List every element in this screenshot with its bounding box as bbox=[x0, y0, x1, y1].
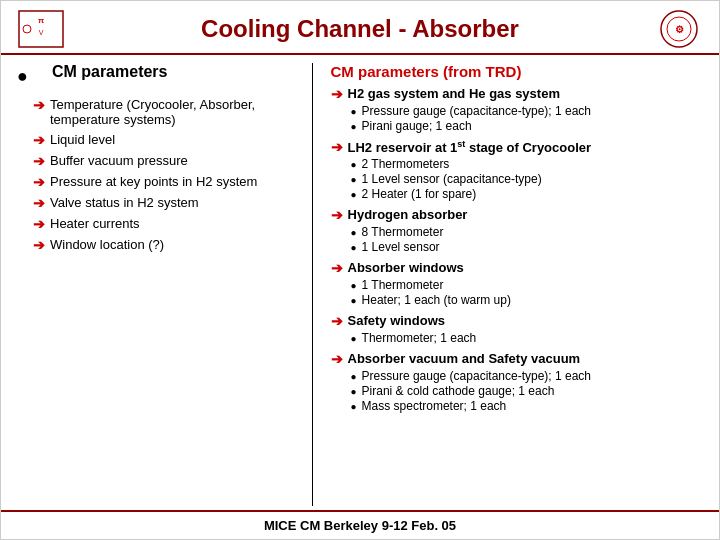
svg-text:V: V bbox=[39, 29, 44, 36]
section-item: ●2 Heater (1 for spare) bbox=[351, 187, 703, 201]
footer-text: MICE CM Berkeley 9-12 Feb. 05 bbox=[264, 518, 456, 533]
left-items-list: ➔Temperature (Cryocooler, Absorber, temp… bbox=[33, 97, 304, 253]
section-item-text: 1 Thermometer bbox=[362, 278, 444, 292]
section-arrow-icon: ➔ bbox=[331, 313, 343, 329]
section-items-list: ●1 Thermometer●Heater; 1 each (to warm u… bbox=[351, 278, 703, 307]
section-item-text: 1 Level sensor bbox=[362, 240, 440, 254]
arrow-icon: ➔ bbox=[33, 132, 45, 148]
bullet-icon: ● bbox=[351, 174, 357, 185]
section-title: H2 gas system and He gas system bbox=[348, 86, 560, 101]
bullet-icon: ● bbox=[351, 295, 357, 306]
section-item: ●Thermometer; 1 each bbox=[351, 331, 703, 345]
section-title: Absorber windows bbox=[348, 260, 464, 275]
left-item-text: Valve status in H2 system bbox=[50, 195, 199, 210]
arrow-icon: ➔ bbox=[33, 195, 45, 211]
section-arrow-icon: ➔ bbox=[331, 260, 343, 276]
section-title: LH2 reservoir at 1st stage of Cryocooler bbox=[348, 139, 592, 155]
left-item: ➔Liquid level bbox=[33, 132, 304, 148]
right-section: ➔Safety windows●Thermometer; 1 each bbox=[331, 313, 703, 345]
bullet-icon: ● bbox=[351, 371, 357, 382]
section-arrow-icon: ➔ bbox=[331, 207, 343, 223]
section-item-text: 2 Heater (1 for spare) bbox=[362, 187, 477, 201]
section-title: Hydrogen absorber bbox=[348, 207, 468, 222]
section-header: ➔Absorber windows bbox=[331, 260, 703, 276]
section-item: ●Heater; 1 each (to warm up) bbox=[351, 293, 703, 307]
arrow-icon: ➔ bbox=[33, 216, 45, 232]
left-item: ➔Buffer vacuum pressure bbox=[33, 153, 304, 169]
section-header: ➔Hydrogen absorber bbox=[331, 207, 703, 223]
left-header-bullet: ● bbox=[17, 66, 28, 87]
arrow-icon: ➔ bbox=[33, 237, 45, 253]
page: π V Cooling Channel - Absorber ⚙ ● CM pa… bbox=[0, 0, 720, 540]
section-item: ●Pirani & cold cathode gauge; 1 each bbox=[351, 384, 703, 398]
svg-text:⚙: ⚙ bbox=[675, 24, 684, 35]
bullet-icon: ● bbox=[351, 401, 357, 412]
footer: MICE CM Berkeley 9-12 Feb. 05 bbox=[1, 510, 719, 539]
left-item-text: Heater currents bbox=[50, 216, 140, 231]
svg-point-3 bbox=[23, 25, 31, 33]
right-column: CM parameters (from TRD) ➔H2 gas system … bbox=[323, 63, 703, 506]
right-section: ➔LH2 reservoir at 1st stage of Cryocoole… bbox=[331, 139, 703, 201]
left-header-row: ● CM parameters bbox=[17, 63, 304, 89]
section-item-text: Pressure gauge (capacitance-type); 1 eac… bbox=[362, 369, 591, 383]
left-item-text: Window location (?) bbox=[50, 237, 164, 252]
arrow-icon: ➔ bbox=[33, 153, 45, 169]
section-items-list: ●Thermometer; 1 each bbox=[351, 331, 703, 345]
right-section: ➔Absorber windows●1 Thermometer●Heater; … bbox=[331, 260, 703, 307]
left-item: ➔Pressure at key points in H2 system bbox=[33, 174, 304, 190]
arrow-icon: ➔ bbox=[33, 97, 45, 113]
right-section: ➔H2 gas system and He gas system●Pressur… bbox=[331, 86, 703, 133]
right-sections: ➔H2 gas system and He gas system●Pressur… bbox=[331, 86, 703, 413]
left-item: ➔Heater currents bbox=[33, 216, 304, 232]
section-item-text: Heater; 1 each (to warm up) bbox=[362, 293, 511, 307]
right-section: ➔Hydrogen absorber●8 Thermometer●1 Level… bbox=[331, 207, 703, 254]
section-item-text: 1 Level sensor (capacitance-type) bbox=[362, 172, 542, 186]
left-column: ● CM parameters ➔Temperature (Cryocooler… bbox=[17, 63, 313, 506]
section-title: Safety windows bbox=[348, 313, 446, 328]
section-item-text: Mass spectrometer; 1 each bbox=[362, 399, 507, 413]
section-items-list: ●2 Thermometers●1 Level sensor (capacita… bbox=[351, 157, 703, 201]
page-title: Cooling Channel - Absorber bbox=[65, 15, 655, 43]
left-item-text: Pressure at key points in H2 system bbox=[50, 174, 257, 189]
section-item: ●2 Thermometers bbox=[351, 157, 703, 171]
section-arrow-icon: ➔ bbox=[331, 351, 343, 367]
section-header: ➔Safety windows bbox=[331, 313, 703, 329]
section-item: ●Pressure gauge (capacitance-type); 1 ea… bbox=[351, 104, 703, 118]
section-items-list: ●8 Thermometer●1 Level sensor bbox=[351, 225, 703, 254]
header: π V Cooling Channel - Absorber ⚙ bbox=[1, 1, 719, 55]
bullet-icon: ● bbox=[351, 121, 357, 132]
left-item-text: Temperature (Cryocooler, Absorber, tempe… bbox=[50, 97, 304, 127]
logo-left: π V bbox=[17, 9, 65, 49]
section-items-list: ●Pressure gauge (capacitance-type); 1 ea… bbox=[351, 369, 703, 413]
logo-right: ⚙ bbox=[655, 9, 703, 49]
right-col-header: CM parameters (from TRD) bbox=[331, 63, 703, 80]
left-item-text: Liquid level bbox=[50, 132, 115, 147]
section-item: ●Mass spectrometer; 1 each bbox=[351, 399, 703, 413]
section-arrow-icon: ➔ bbox=[331, 86, 343, 102]
bullet-icon: ● bbox=[351, 106, 357, 117]
left-item: ➔Window location (?) bbox=[33, 237, 304, 253]
section-item-text: 8 Thermometer bbox=[362, 225, 444, 239]
section-item-text: Pressure gauge (capacitance-type); 1 eac… bbox=[362, 104, 591, 118]
section-item: ●Pressure gauge (capacitance-type); 1 ea… bbox=[351, 369, 703, 383]
section-item: ●1 Level sensor bbox=[351, 240, 703, 254]
bullet-icon: ● bbox=[351, 333, 357, 344]
section-header: ➔H2 gas system and He gas system bbox=[331, 86, 703, 102]
arrow-icon: ➔ bbox=[33, 174, 45, 190]
bullet-icon: ● bbox=[351, 386, 357, 397]
section-title: Absorber vacuum and Safety vacuum bbox=[348, 351, 581, 366]
section-header: ➔Absorber vacuum and Safety vacuum bbox=[331, 351, 703, 367]
section-item-text: Pirani & cold cathode gauge; 1 each bbox=[362, 384, 555, 398]
section-item-text: Pirani gauge; 1 each bbox=[362, 119, 472, 133]
section-item: ●Pirani gauge; 1 each bbox=[351, 119, 703, 133]
bullet-icon: ● bbox=[351, 189, 357, 200]
section-item: ●1 Level sensor (capacitance-type) bbox=[351, 172, 703, 186]
section-item: ●8 Thermometer bbox=[351, 225, 703, 239]
bullet-icon: ● bbox=[351, 227, 357, 238]
right-section: ➔Absorber vacuum and Safety vacuum●Press… bbox=[331, 351, 703, 413]
bullet-icon: ● bbox=[351, 159, 357, 170]
bullet-icon: ● bbox=[351, 280, 357, 291]
section-item-text: 2 Thermometers bbox=[362, 157, 450, 171]
section-item-text: Thermometer; 1 each bbox=[362, 331, 477, 345]
left-item: ➔Valve status in H2 system bbox=[33, 195, 304, 211]
